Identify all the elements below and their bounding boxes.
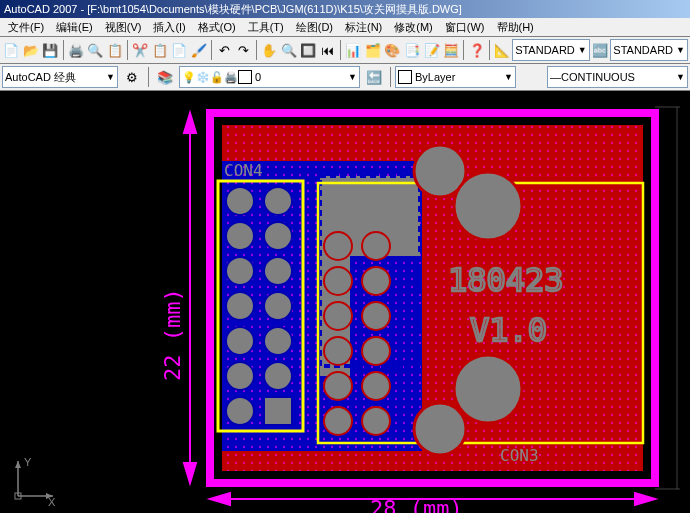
zoom-prev-icon[interactable]: ⏮ (319, 38, 338, 62)
separator (256, 40, 257, 60)
undo-icon[interactable]: ↶ (215, 38, 234, 62)
separator (63, 40, 64, 60)
title-bar: AutoCAD 2007 - [F:\bmt1054\Documents\模块硬… (0, 0, 690, 18)
toolbar-standard: 📄 📂 💾 🖨️ 🔍 📋 ✂️ 📋 📄 🖌️ ↶ ↷ ✋ 🔍 🔲 ⏮ 📊 🗂️ … (0, 37, 690, 64)
con3-label: CON3 (500, 446, 539, 465)
separator (211, 40, 212, 60)
redo-icon[interactable]: ↷ (235, 38, 254, 62)
dim-style-combo[interactable]: STANDARD▼ (512, 39, 590, 61)
svg-point-10 (264, 292, 292, 320)
svg-point-12 (264, 327, 292, 355)
svg-point-4 (264, 187, 292, 215)
separator (390, 67, 391, 87)
preview-icon[interactable]: 🔍 (86, 38, 105, 62)
svg-point-24 (362, 337, 390, 365)
svg-point-30 (454, 172, 522, 240)
svg-point-14 (264, 362, 292, 390)
color-combo[interactable]: ByLayer▼ (395, 66, 516, 88)
menu-edit[interactable]: 编辑(E) (50, 18, 99, 37)
publish-icon[interactable]: 📋 (106, 38, 125, 62)
calc-icon[interactable]: 🧮 (442, 38, 461, 62)
dim-height (184, 113, 196, 483)
menu-format[interactable]: 格式(O) (192, 18, 242, 37)
svg-point-18 (362, 232, 390, 260)
svg-point-32 (414, 403, 466, 455)
chevron-down-icon: ▼ (504, 72, 513, 82)
svg-point-28 (362, 407, 390, 435)
svg-text:X: X (48, 496, 56, 506)
svg-point-8 (264, 257, 292, 285)
tool-palette-icon[interactable]: 🎨 (383, 38, 402, 62)
menu-view[interactable]: 视图(V) (99, 18, 148, 37)
menu-insert[interactable]: 插入(I) (147, 18, 191, 37)
svg-point-9 (226, 292, 254, 320)
separator (463, 40, 464, 60)
layer-combo[interactable]: 💡❄️🔓🖨️0 ▼ (179, 66, 360, 88)
textstyle-icon[interactable]: 🔤 (591, 38, 610, 62)
svg-point-3 (226, 187, 254, 215)
svg-point-5 (226, 222, 254, 250)
svg-point-26 (362, 372, 390, 400)
layer-prev-icon[interactable]: 🔙 (362, 65, 386, 89)
svg-point-31 (454, 355, 522, 423)
chevron-down-icon: ▼ (676, 45, 685, 55)
svg-marker-45 (15, 461, 21, 468)
menu-dimension[interactable]: 标注(N) (339, 18, 388, 37)
svg-rect-16 (264, 397, 292, 425)
markup-icon[interactable]: 📝 (422, 38, 441, 62)
chevron-down-icon: ▼ (348, 72, 357, 82)
svg-point-17 (324, 232, 352, 260)
menu-tools[interactable]: 工具(T) (242, 18, 290, 37)
pcb-drawing: CON4 CON3 180423 V1.0 22 (mm) (0, 91, 690, 513)
svg-point-20 (362, 267, 390, 295)
menu-bar: 文件(F) 编辑(E) 视图(V) 插入(I) 格式(O) 工具(T) 绘图(D… (0, 18, 690, 37)
svg-text:Y: Y (24, 456, 32, 468)
svg-point-15 (226, 397, 254, 425)
chevron-down-icon: ▼ (106, 72, 115, 82)
separator (340, 40, 341, 60)
dim-width-text: 28 (mm) (370, 496, 463, 513)
drawing-canvas[interactable]: CON4 CON3 180423 V1.0 22 (mm) (0, 91, 690, 513)
svg-point-19 (324, 267, 352, 295)
zoom-window-icon[interactable]: 🔲 (299, 38, 318, 62)
text-style-combo[interactable]: STANDARD▼ (610, 39, 688, 61)
separator (489, 40, 490, 60)
con4-label: CON4 (224, 161, 263, 180)
help-icon[interactable]: ❓ (467, 38, 486, 62)
dimstyle-icon[interactable]: 📐 (493, 38, 512, 62)
pan-icon[interactable]: ✋ (260, 38, 279, 62)
linetype-combo[interactable]: — CONTINUOUS▼ (547, 66, 688, 88)
svg-marker-35 (184, 463, 196, 483)
menu-help[interactable]: 帮助(H) (491, 18, 540, 37)
workspace-combo[interactable]: AutoCAD 经典▼ (2, 66, 118, 88)
open-icon[interactable]: 📂 (22, 38, 41, 62)
save-icon[interactable]: 💾 (41, 38, 60, 62)
cut-icon[interactable]: ✂️ (131, 38, 150, 62)
svg-point-22 (362, 302, 390, 330)
svg-marker-34 (184, 113, 196, 133)
svg-marker-38 (635, 493, 655, 505)
svg-point-6 (264, 222, 292, 250)
ucs-icon: Y X (8, 456, 58, 508)
match-icon[interactable]: 🖌️ (190, 38, 209, 62)
layer-manager-icon[interactable]: 📚 (153, 65, 177, 89)
svg-point-11 (226, 327, 254, 355)
properties-icon[interactable]: 📊 (344, 38, 363, 62)
chevron-down-icon: ▼ (676, 72, 685, 82)
svg-point-23 (324, 337, 352, 365)
zoom-icon[interactable]: 🔍 (280, 38, 299, 62)
svg-point-21 (324, 302, 352, 330)
separator (127, 40, 128, 60)
sheet-set-icon[interactable]: 📑 (403, 38, 422, 62)
new-icon[interactable]: 📄 (2, 38, 21, 62)
print-icon[interactable]: 🖨️ (66, 38, 85, 62)
paste-icon[interactable]: 📄 (170, 38, 189, 62)
menu-draw[interactable]: 绘图(D) (290, 18, 339, 37)
copy-icon[interactable]: 📋 (151, 38, 170, 62)
design-center-icon[interactable]: 🗂️ (364, 38, 383, 62)
menu-file[interactable]: 文件(F) (2, 18, 50, 37)
menu-window[interactable]: 窗口(W) (439, 18, 491, 37)
workspace-settings-icon[interactable]: ⚙ (120, 65, 144, 89)
svg-point-7 (226, 257, 254, 285)
menu-modify[interactable]: 修改(M) (388, 18, 439, 37)
